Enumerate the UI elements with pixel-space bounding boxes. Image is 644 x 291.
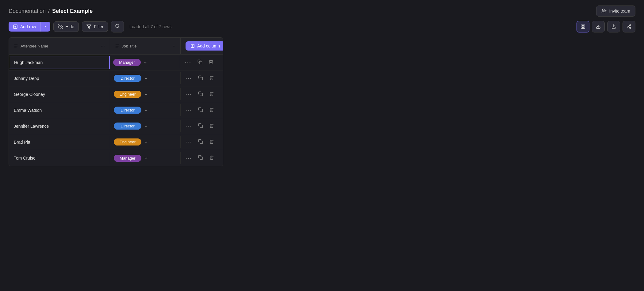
webhook-button[interactable] <box>623 21 635 32</box>
job-dropdown-0[interactable] <box>143 60 148 65</box>
webhook-icon <box>627 24 631 29</box>
row-copy-0[interactable] <box>197 59 202 66</box>
row-options-3[interactable]: ··· <box>186 107 192 113</box>
top-bar: Documentation / Select Example Invite te… <box>0 0 644 21</box>
badge-0: Manager <box>113 59 141 66</box>
filter-button[interactable]: Filter <box>82 21 108 32</box>
col-job-options[interactable]: ··· <box>171 43 175 49</box>
cell-actions-6: ··· <box>181 153 223 164</box>
svg-rect-11 <box>583 25 585 26</box>
table-row: Johnny Depp Director ··· <box>9 70 223 86</box>
grid-icon <box>581 24 585 29</box>
name-value-0: Hugh Jackman <box>14 60 43 65</box>
badge-6: Manager <box>114 155 141 162</box>
col-name-header: Attendee Name ··· <box>9 38 110 54</box>
row-options-2[interactable]: ··· <box>186 91 192 97</box>
cell-job-5[interactable]: Engineer <box>110 136 181 148</box>
search-button[interactable] <box>111 21 124 32</box>
filter-label: Filter <box>94 24 103 29</box>
caret-down-icon <box>44 25 47 28</box>
badge-2: Engineer <box>114 91 141 98</box>
badge-1: Director <box>114 75 141 82</box>
download-button[interactable] <box>592 21 605 32</box>
cell-name-4[interactable]: Jennifer Lawrence <box>9 120 110 132</box>
share-icon <box>611 24 616 29</box>
name-value-2: George Clooney <box>14 92 45 97</box>
add-row-main[interactable]: Add row <box>9 22 40 32</box>
table-row: Hugh Jackman Manager ··· <box>9 55 223 70</box>
job-dropdown-5[interactable] <box>144 140 148 144</box>
badge-3: Director <box>114 107 141 114</box>
svg-rect-28 <box>200 109 203 112</box>
row-delete-3[interactable] <box>209 107 214 113</box>
breadcrumb-sep: / <box>48 8 50 14</box>
svg-rect-31 <box>200 157 203 160</box>
svg-marker-7 <box>87 25 91 28</box>
job-dropdown-3[interactable] <box>144 108 148 112</box>
svg-rect-27 <box>200 93 203 96</box>
row-copy-5[interactable] <box>198 139 203 145</box>
row-options-1[interactable]: ··· <box>186 75 192 81</box>
breadcrumb-doc: Documentation <box>9 8 46 14</box>
add-row-label: Add row <box>20 24 36 29</box>
row-copy-2[interactable] <box>198 91 203 97</box>
cell-job-2[interactable]: Engineer <box>110 88 181 100</box>
job-dropdown-2[interactable] <box>144 92 148 96</box>
row-copy-1[interactable] <box>198 75 203 81</box>
row-options-5[interactable]: ··· <box>186 139 192 145</box>
share-button[interactable] <box>607 21 620 32</box>
row-delete-2[interactable] <box>209 91 214 97</box>
hide-button[interactable]: Hide <box>53 21 79 32</box>
cell-actions-5: ··· <box>181 136 223 148</box>
row-delete-0[interactable] <box>209 59 213 66</box>
row-options-6[interactable]: ··· <box>186 155 192 161</box>
cell-name-0[interactable]: Hugh Jackman <box>9 56 110 69</box>
row-delete-6[interactable] <box>209 155 214 161</box>
svg-point-0 <box>602 9 604 11</box>
row-delete-5[interactable] <box>209 139 214 145</box>
cell-job-3[interactable]: Director <box>110 104 181 116</box>
invite-team-label: Invite team <box>609 9 630 13</box>
col-name-options[interactable]: ··· <box>101 43 105 49</box>
add-row-button[interactable]: Add row <box>9 22 50 32</box>
row-options-4[interactable]: ··· <box>186 123 192 129</box>
name-value-1: Johnny Depp <box>14 76 39 81</box>
add-col-icon <box>190 44 195 48</box>
svg-rect-26 <box>200 77 203 80</box>
job-dropdown-1[interactable] <box>144 76 148 81</box>
cell-name-5[interactable]: Brad Pitt <box>9 136 110 148</box>
invite-team-button[interactable]: Invite team <box>596 6 635 17</box>
cell-job-6[interactable]: Manager <box>110 152 181 164</box>
table-row: Tom Cruise Manager ··· <box>9 150 223 166</box>
col-name-icon <box>14 44 18 48</box>
row-copy-6[interactable] <box>198 155 203 161</box>
cell-actions-4: ··· <box>181 120 223 132</box>
row-copy-3[interactable] <box>198 107 203 113</box>
cell-name-3[interactable]: Emma Watson <box>9 104 110 116</box>
svg-rect-13 <box>583 27 585 28</box>
cell-name-1[interactable]: Johnny Depp <box>9 72 110 85</box>
table-row: Emma Watson Director ··· <box>9 102 223 118</box>
cell-job-4[interactable]: Director <box>110 120 181 132</box>
cell-job-0[interactable]: Manager <box>109 56 180 68</box>
add-column-button[interactable]: Add column <box>186 41 223 51</box>
cell-name-6[interactable]: Tom Cruise <box>9 152 110 164</box>
job-title-label: Job Title <box>122 44 136 48</box>
job-dropdown-6[interactable] <box>144 156 148 160</box>
row-delete-4[interactable] <box>209 123 214 129</box>
row-delete-1[interactable] <box>209 75 214 81</box>
cell-actions-0: ··· <box>180 57 223 68</box>
row-options-0[interactable]: ··· <box>185 59 191 66</box>
job-dropdown-4[interactable] <box>144 124 148 128</box>
grid-view-button[interactable] <box>577 21 589 32</box>
add-column-area: Add column <box>181 38 223 54</box>
row-copy-4[interactable] <box>198 123 203 129</box>
hide-label: Hide <box>65 24 74 29</box>
add-person-icon <box>601 8 607 14</box>
cell-job-1[interactable]: Director <box>110 72 181 84</box>
add-row-caret[interactable] <box>40 22 50 32</box>
cell-name-2[interactable]: George Clooney <box>9 88 110 100</box>
attendee-name-label: Attendee Name <box>21 44 48 48</box>
cell-actions-1: ··· <box>181 73 223 84</box>
add-row-icon <box>13 24 18 29</box>
